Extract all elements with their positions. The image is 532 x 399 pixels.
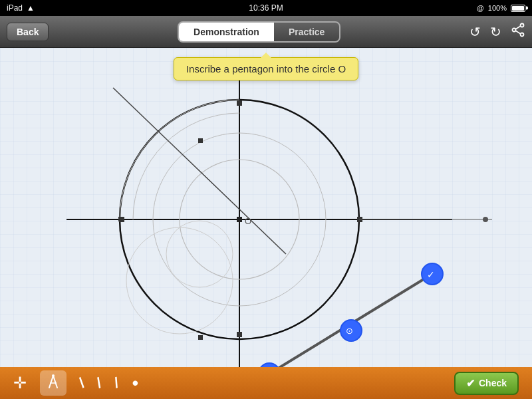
bottom-toolbar: ✛ / / / • ✔ Check [0,367,532,399]
svg-point-2 [513,29,516,32]
svg-rect-28 [198,138,203,143]
move-tool[interactable]: ✛ [13,374,27,392]
tab-practice[interactable]: Practice [274,23,339,41]
canvas-area: ↻ ⊙ ✓ O Inscribe a pentagon into the cir… [0,48,532,367]
svg-rect-30 [198,335,203,340]
tab-group: Demonstration Practice [178,21,340,43]
check-icon: ✔ [466,377,475,390]
tool-icons: ✛ / / / • [13,370,138,396]
tab-demonstration[interactable]: Demonstration [179,23,274,41]
svg-rect-10 [237,332,242,337]
svg-line-32 [53,376,57,388]
dot-tool[interactable]: • [132,374,138,392]
wifi-icon: ▲ [27,3,35,13]
svg-point-34 [52,374,55,377]
svg-rect-13 [237,217,242,222]
undo-icon[interactable]: ↺ [469,24,481,40]
line-tool-3[interactable]: / [112,374,121,392]
svg-rect-9 [237,100,242,106]
instruction-tooltip: Inscribe a pentagon into the circle O [174,57,358,80]
svg-point-0 [521,24,524,27]
svg-point-1 [521,33,524,37]
check-button[interactable]: ✔ Check [454,372,519,395]
status-bar: iPad ▲ 10:36 PM @ 100% [0,0,532,16]
svg-text:✓: ✓ [427,269,435,280]
center-label: O [245,216,251,226]
time-display: 10:36 PM [249,3,283,13]
line-tool-2[interactable]: / [94,374,104,392]
nav-right: ↺ ↻ [469,23,525,41]
svg-point-22 [259,363,280,367]
svg-text:⊙: ⊙ [346,326,353,336]
svg-line-3 [515,26,521,29]
svg-line-4 [515,31,521,34]
line-tool-1[interactable]: / [76,374,88,392]
svg-line-31 [49,376,53,388]
check-label: Check [479,378,507,388]
redo-icon[interactable]: ↻ [490,24,501,40]
carrier-label: iPad [7,3,23,13]
construct-tool[interactable] [40,370,66,396]
tooltip-text: Inscribe a pentagon into the circle O [186,63,346,74]
drawing-layer: ↻ ⊙ ✓ O [0,48,532,367]
battery-icon [511,5,525,12]
share-icon[interactable] [511,23,525,41]
battery-label: 100% [488,4,507,12]
at-sign: @ [477,4,484,12]
svg-point-20 [483,217,488,222]
svg-line-18 [113,88,286,254]
svg-rect-29 [118,217,123,221]
back-button[interactable]: Back [7,23,49,41]
nav-bar: Back Demonstration Practice ↺ ↻ [0,16,532,48]
